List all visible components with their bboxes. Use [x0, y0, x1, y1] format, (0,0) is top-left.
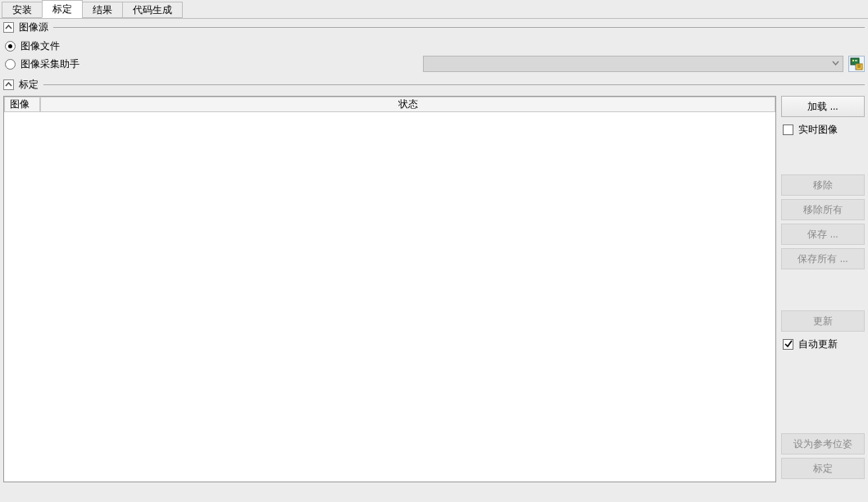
col-header-status[interactable]: 状态	[40, 97, 775, 112]
radio-row-image-file: 图像文件	[3, 37, 865, 55]
tab-strip: 安装 标定 结果 代码生成	[0, 0, 868, 18]
remove-button[interactable]: 移除	[781, 174, 865, 196]
svg-rect-1	[852, 60, 854, 61]
set-reference-pose-button[interactable]: 设为参考位姿	[781, 433, 865, 455]
side-button-column: 加载 ... 实时图像 移除 移除所有 保存 ... 保存所有 ... 更新 自…	[781, 96, 865, 482]
group-title: 图像源	[19, 20, 48, 34]
group-header-calibration: 标定	[0, 76, 868, 93]
calibration-panel: 图像 状态 加载 ... 实时图像 移除 移除所有 保存 ... 保存所有 ..…	[0, 93, 868, 486]
radio-label: 图像采集助手	[20, 57, 80, 71]
update-button[interactable]: 更新	[781, 310, 865, 332]
acquisition-source-combo[interactable]	[423, 56, 843, 72]
tab-install[interactable]: 安装	[2, 2, 43, 18]
group-header-image-source: 图像源	[0, 19, 868, 35]
load-button[interactable]: 加载 ...	[781, 96, 865, 117]
checkbox-label: 自动更新	[798, 337, 838, 351]
chevron-up-icon[interactable]	[3, 22, 14, 33]
group-title: 标定	[19, 78, 39, 92]
tab-label: 安装	[12, 3, 32, 17]
remove-all-button[interactable]: 移除所有	[781, 199, 865, 220]
checkbox-label: 实时图像	[798, 123, 838, 137]
button-label: 保存所有 ...	[798, 252, 848, 266]
divider	[43, 84, 865, 85]
button-label: 移除	[813, 179, 833, 192]
calibrate-button[interactable]: 标定	[781, 458, 865, 479]
tab-codegen[interactable]: 代码生成	[122, 2, 183, 18]
auto-update-checkbox-row: 自动更新	[781, 335, 865, 353]
button-label: 保存 ...	[807, 228, 838, 242]
button-label: 移除所有	[803, 203, 843, 217]
tab-calibrate[interactable]: 标定	[42, 0, 83, 18]
radio-row-acquisition-assistant: 图像采集助手	[3, 55, 865, 73]
button-label: 设为参考位姿	[793, 437, 852, 451]
table-header: 图像 状态	[4, 97, 775, 113]
image-table[interactable]: 图像 状态	[3, 96, 776, 482]
live-image-checkbox-row: 实时图像	[781, 120, 865, 138]
svg-rect-2	[855, 60, 857, 61]
radio-label: 图像文件	[20, 39, 60, 53]
live-image-checkbox[interactable]	[783, 124, 793, 135]
radio-image-file[interactable]	[5, 41, 16, 52]
chevron-down-icon	[832, 58, 839, 70]
radio-acquisition-assistant[interactable]	[5, 59, 16, 70]
tab-label: 标定	[52, 2, 72, 16]
save-all-button[interactable]: 保存所有 ...	[781, 248, 865, 269]
image-source-panel: 图像文件 图像采集助手	[0, 35, 868, 76]
auto-update-checkbox[interactable]	[783, 339, 793, 350]
col-header-image[interactable]: 图像	[4, 97, 40, 112]
button-label: 标定	[813, 462, 833, 476]
save-button[interactable]: 保存 ...	[781, 224, 865, 245]
button-label: 加载 ...	[807, 100, 838, 114]
divider	[53, 27, 865, 28]
chevron-up-icon[interactable]	[3, 79, 14, 90]
tab-result[interactable]: 结果	[82, 2, 123, 18]
tab-label: 代码生成	[133, 3, 172, 17]
tab-label: 结果	[93, 3, 112, 17]
assistant-connect-icon[interactable]	[848, 56, 865, 72]
button-label: 更新	[813, 314, 833, 328]
